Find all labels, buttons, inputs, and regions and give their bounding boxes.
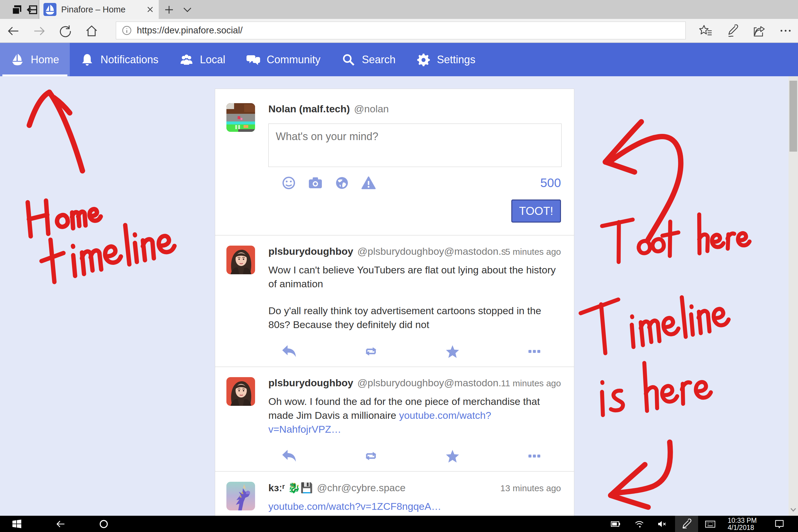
tab-preview-chevron-icon[interactable] xyxy=(182,6,193,14)
screenshot-root: { "browser": { "tab_title": "Pinafore – … xyxy=(0,0,798,532)
sailboat-home-icon xyxy=(11,53,24,66)
post-display-name: plsburydoughboy xyxy=(268,246,353,257)
settings-more-icon[interactable] xyxy=(779,24,793,38)
browser-tab-bar: Pinafore – Home xyxy=(0,0,798,19)
camera-icon[interactable] xyxy=(308,175,323,191)
bell-icon xyxy=(80,53,94,66)
reply-icon[interactable] xyxy=(281,449,297,463)
clock-time: 10:33 PM xyxy=(728,517,757,524)
timeline-card: Nolan (malf.tech) @nolan xyxy=(215,89,574,516)
nav-label: Settings xyxy=(437,54,475,66)
taskbar-back-icon[interactable] xyxy=(56,519,65,529)
compose-avatar[interactable] xyxy=(226,103,255,132)
timeline-post[interactable]: plsburydoughboy @plsburydoughboy@mastodo… xyxy=(215,367,574,471)
post-handle: @plsburydoughboy@mastodon.s… xyxy=(357,377,501,389)
post-actions xyxy=(281,449,542,463)
nav-label: Home xyxy=(31,54,59,66)
compose-box: Nolan (malf.tech) @nolan xyxy=(215,89,574,235)
nav-label: Community xyxy=(267,54,320,66)
chat-bubbles-icon xyxy=(247,53,260,66)
pinafore-navbar: Home Notifications Local Community Searc… xyxy=(0,43,798,76)
favorite-star-icon[interactable] xyxy=(444,449,460,463)
windows-ink-icon xyxy=(682,519,691,529)
globe-icon[interactable] xyxy=(334,175,350,191)
gear-icon xyxy=(417,53,430,66)
windows-taskbar: 10:33 PM 4/1/2018 xyxy=(0,516,798,532)
post-content: Wow I can't believe YouTubers are flat o… xyxy=(268,263,561,331)
new-tab-button[interactable] xyxy=(163,4,175,15)
nav-item-notifications[interactable]: Notifications xyxy=(70,43,169,76)
nav-item-local[interactable]: Local xyxy=(169,43,236,76)
char-count: 500 xyxy=(540,176,561,190)
post-avatar[interactable] xyxy=(226,377,255,406)
post-paragraph: youtube.com/watch?v=1ZCF8ngqeA… xyxy=(268,499,561,513)
forward-icon[interactable] xyxy=(33,24,46,38)
nav-label: Search xyxy=(362,54,396,66)
tab-close-icon[interactable] xyxy=(146,5,155,14)
favorites-hub-icon[interactable] xyxy=(699,24,713,38)
action-center-icon[interactable] xyxy=(774,519,784,529)
toot-button[interactable]: TOOT! xyxy=(511,200,561,223)
pinafore-favicon xyxy=(43,3,56,16)
site-info-icon[interactable] xyxy=(121,25,132,36)
volume-muted-icon[interactable] xyxy=(657,519,667,529)
battery-icon[interactable] xyxy=(611,519,621,529)
boost-icon[interactable] xyxy=(363,449,379,463)
taskbar-clock[interactable]: 10:33 PM 4/1/2018 xyxy=(728,517,757,531)
compose-input[interactable] xyxy=(268,124,562,167)
more-options-icon[interactable] xyxy=(526,345,542,358)
people-group-icon xyxy=(180,53,193,66)
reply-icon[interactable] xyxy=(281,345,297,358)
post-timestamp[interactable]: 13 minutes ago xyxy=(500,483,561,493)
set-tabs-aside-icon[interactable] xyxy=(11,4,23,15)
post-link[interactable]: youtube.com/watch?v=1ZCF8ngqeA… xyxy=(268,501,441,512)
search-icon xyxy=(342,53,355,66)
touch-keyboard-icon[interactable] xyxy=(705,519,715,529)
post-avatar[interactable] xyxy=(226,246,255,274)
tab-title: Pinafore – Home xyxy=(61,5,141,15)
content-warning-icon[interactable] xyxy=(361,175,376,191)
clock-date: 4/1/2018 xyxy=(728,524,757,531)
post-content: youtube.com/watch?v=1ZCF8ngqeA… xyxy=(268,499,561,513)
browser-tab[interactable]: Pinafore – Home xyxy=(39,0,159,19)
more-options-icon[interactable] xyxy=(526,449,542,463)
post-name-emoji: 🐉💾 xyxy=(288,482,313,494)
start-button-icon[interactable] xyxy=(12,519,22,529)
post-paragraph: Wow I can't believe YouTubers are flat o… xyxy=(268,263,561,291)
post-content: Oh wow. I found the ad for the one piece… xyxy=(268,395,561,436)
post-timestamp[interactable]: 5 minutes ago xyxy=(506,247,561,257)
emoji-icon[interactable] xyxy=(281,175,297,191)
cortana-icon[interactable] xyxy=(99,519,109,529)
share-icon[interactable] xyxy=(753,24,767,38)
glitch-avatar-image xyxy=(226,103,255,132)
favorite-star-icon[interactable] xyxy=(444,345,460,358)
post-display-name: kɜːʳ xyxy=(268,482,285,494)
post-actions xyxy=(281,345,542,358)
scroll-down-icon[interactable] xyxy=(790,508,797,512)
nav-item-community[interactable]: Community xyxy=(236,43,331,76)
post-display-name: plsburydoughboy xyxy=(268,377,353,389)
wifi-icon[interactable] xyxy=(634,519,644,529)
home-icon[interactable] xyxy=(85,24,98,38)
nav-item-home[interactable]: Home xyxy=(0,43,70,76)
post-avatar[interactable] xyxy=(226,482,255,510)
nav-item-settings[interactable]: Settings xyxy=(406,43,486,76)
post-handle: @chr@cybre.space xyxy=(317,482,406,494)
nav-item-search[interactable]: Search xyxy=(331,43,406,76)
url-field[interactable]: https://dev.pinafore.social/ xyxy=(116,22,686,39)
ink-pen-icon[interactable] xyxy=(726,24,740,38)
nav-label: Local xyxy=(200,54,225,66)
back-icon[interactable] xyxy=(6,24,20,38)
refresh-icon[interactable] xyxy=(58,24,72,38)
post-timestamp[interactable]: 11 minutes ago xyxy=(501,378,561,388)
scrollbar-thumb[interactable] xyxy=(790,81,797,152)
post-handle: @plsburydoughboy@mastodon.so… xyxy=(357,246,505,257)
timeline-post[interactable]: plsburydoughboy @plsburydoughboy@mastodo… xyxy=(215,235,574,366)
pen-tile[interactable] xyxy=(675,516,698,532)
timeline-post[interactable]: kɜːʳ 🐉💾 @chr@cybre.space 13 minutes ago … xyxy=(215,472,574,516)
post-paragraph: Oh wow. I found the ad for the one piece… xyxy=(268,395,561,436)
page-scrollbar[interactable] xyxy=(788,76,798,516)
compose-toolbar: 500 xyxy=(281,175,561,191)
boost-icon[interactable] xyxy=(363,345,379,358)
restore-tabs-icon[interactable] xyxy=(26,4,38,15)
